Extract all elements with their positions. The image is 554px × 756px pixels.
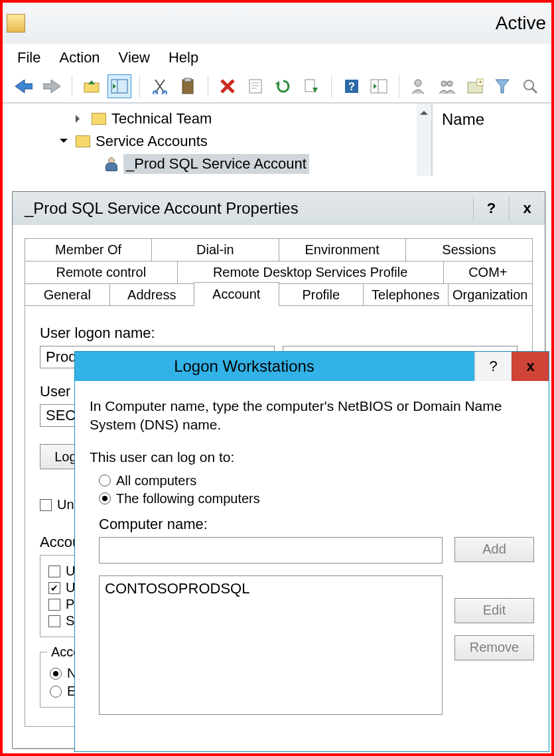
list-item[interactable]: CONTOSOPRODSQL <box>105 580 437 597</box>
show-hide-tree-icon[interactable] <box>107 74 131 98</box>
tree-scrollbar[interactable] <box>417 104 431 176</box>
logon-workstations-title: Logon Workstations <box>87 357 474 376</box>
folder-icon <box>76 135 90 147</box>
cut-icon[interactable] <box>148 74 172 98</box>
svg-marker-1 <box>43 80 60 93</box>
svg-rect-10 <box>184 78 191 82</box>
expand-icon[interactable] <box>76 115 86 123</box>
tab-sessions[interactable]: Sessions <box>405 238 533 261</box>
up-folder-icon[interactable] <box>80 74 104 98</box>
tabs-row-2: Remote control Remote Desktop Services P… <box>25 261 533 283</box>
svg-point-30 <box>524 80 533 90</box>
filter-icon[interactable] <box>490 74 514 98</box>
nav-forward-icon[interactable] <box>40 74 64 98</box>
new-ou-icon[interactable]: ✦ <box>463 74 487 98</box>
collapse-icon[interactable] <box>60 137 70 147</box>
computer-name-input[interactable] <box>99 537 443 564</box>
delete-icon[interactable] <box>216 74 240 98</box>
search-icon[interactable] <box>518 74 542 98</box>
following-computers-radio[interactable]: The following computers <box>99 491 534 506</box>
scroll-up-icon[interactable] <box>417 104 431 118</box>
svg-marker-29 <box>496 80 509 93</box>
svg-marker-22 <box>374 84 377 89</box>
new-user-icon[interactable] <box>407 74 431 98</box>
tree-node-technical-team[interactable]: Technical Team <box>3 108 431 130</box>
logon-workstations-desc: In Computer name, type the computer's Ne… <box>90 397 534 435</box>
tab-rds-profile[interactable]: Remote Desktop Services Profile <box>177 261 444 283</box>
svg-rect-20 <box>371 80 387 93</box>
svg-rect-16 <box>305 80 314 92</box>
svg-marker-0 <box>15 80 33 93</box>
workstations-listbox[interactable]: CONTOSOPRODSQL <box>99 575 443 715</box>
list-header-name[interactable]: Name <box>442 110 542 129</box>
help-icon[interactable]: ? <box>340 74 364 98</box>
tabs-row-1: Member Of Dial-in Environment Sessions <box>25 238 533 261</box>
this-user-can-log-on-to-label: This user can log on to: <box>90 449 534 465</box>
tab-address[interactable]: Address <box>109 283 195 306</box>
screenshot-frame: Active File Action View Help <box>0 0 554 756</box>
svg-text:✦: ✦ <box>478 78 483 86</box>
help-button[interactable]: ? <box>473 197 509 220</box>
tab-account[interactable]: Account <box>194 282 279 306</box>
user-icon <box>104 157 118 171</box>
svg-rect-2 <box>84 83 99 92</box>
tab-organization[interactable]: Organization <box>448 283 533 306</box>
menu-help[interactable]: Help <box>169 49 198 66</box>
svg-marker-6 <box>113 84 116 89</box>
remove-button[interactable]: Remove <box>454 635 534 660</box>
find-icon[interactable] <box>367 74 391 98</box>
tree-pane[interactable]: Technical Team Service Accounts _Prod SQ… <box>3 104 432 176</box>
logon-name-label: User logon name: <box>40 325 518 342</box>
properties-title: _Prod SQL Service Account Properties <box>25 199 299 218</box>
svg-line-31 <box>532 88 537 93</box>
paste-icon[interactable] <box>176 74 200 98</box>
logon-workstations-dialog: Logon Workstations ? x In Computer name,… <box>74 351 549 752</box>
tab-com-plus[interactable]: COM+ <box>443 261 533 283</box>
tab-profile[interactable]: Profile <box>279 283 364 306</box>
tree-label: _Prod SQL Service Account <box>123 154 309 174</box>
folder-icon <box>92 113 106 125</box>
tab-general[interactable]: General <box>25 283 110 306</box>
edit-button[interactable]: Edit <box>454 598 534 623</box>
tab-environment[interactable]: Environment <box>279 238 406 261</box>
properties-icon[interactable] <box>243 74 267 98</box>
aduc-sysmenu-icon[interactable] <box>7 14 25 33</box>
list-pane[interactable]: Name <box>432 104 551 176</box>
svg-point-25 <box>447 81 452 86</box>
aduc-body: Technical Team Service Accounts _Prod SQ… <box>3 103 551 176</box>
menu-file[interactable]: File <box>17 49 40 66</box>
refresh-icon[interactable] <box>271 74 295 98</box>
menu-view[interactable]: View <box>119 49 150 66</box>
svg-point-23 <box>415 80 421 86</box>
nav-back-icon[interactable] <box>12 74 36 98</box>
aduc-titlebar: Active <box>3 3 551 44</box>
menu-action[interactable]: Action <box>59 49 100 66</box>
tree-node-prod-sql-svc[interactable]: _Prod SQL Service Account <box>3 153 431 175</box>
close-button[interactable]: x <box>512 352 549 381</box>
tab-telephones[interactable]: Telephones <box>363 283 449 306</box>
tab-remote-control[interactable]: Remote control <box>25 261 178 283</box>
add-button[interactable]: Add <box>454 537 534 562</box>
help-button[interactable]: ? <box>474 352 512 381</box>
toolbar: ? ✦ <box>3 72 551 103</box>
menubar: File Action View Help <box>3 44 551 72</box>
computer-name-label: Computer name: <box>99 516 534 533</box>
svg-rect-11 <box>249 80 261 93</box>
svg-point-24 <box>441 81 447 86</box>
tree-label: Technical Team <box>111 110 212 127</box>
all-computers-radio[interactable]: All computers <box>99 473 534 489</box>
tab-member-of[interactable]: Member Of <box>25 238 152 261</box>
svg-marker-3 <box>88 80 95 84</box>
svg-text:?: ? <box>348 81 355 92</box>
close-button[interactable]: x <box>509 197 545 220</box>
tree-node-service-accounts[interactable]: Service Accounts <box>3 130 431 153</box>
logon-workstations-titlebar[interactable]: Logon Workstations ? x <box>75 352 549 381</box>
tab-dial-in[interactable]: Dial-in <box>151 238 279 261</box>
tree-label: Service Accounts <box>96 133 208 150</box>
export-list-icon[interactable] <box>299 74 323 98</box>
properties-titlebar[interactable]: _Prod SQL Service Account Properties ? x <box>13 192 545 225</box>
aduc-window: Active File Action View Help <box>3 3 551 176</box>
aduc-title: Active <box>496 13 551 34</box>
tabs-row-3: General Address Account Profile Telephon… <box>25 283 533 306</box>
new-group-icon[interactable] <box>435 74 459 98</box>
